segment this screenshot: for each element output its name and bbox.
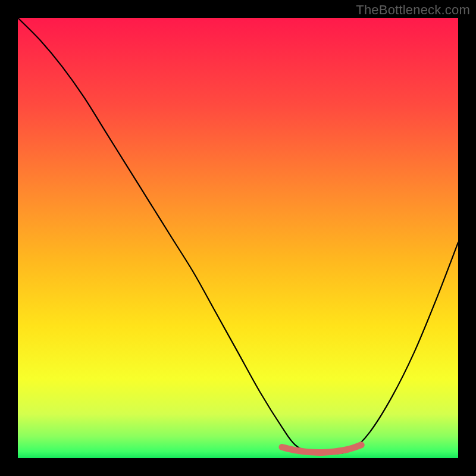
bottleneck-chart bbox=[18, 18, 458, 458]
watermark-text: TheBottleneck.com bbox=[356, 2, 470, 18]
plot-area bbox=[18, 18, 458, 458]
chart-frame: TheBottleneck.com bbox=[0, 0, 476, 476]
gradient-background bbox=[18, 18, 458, 458]
